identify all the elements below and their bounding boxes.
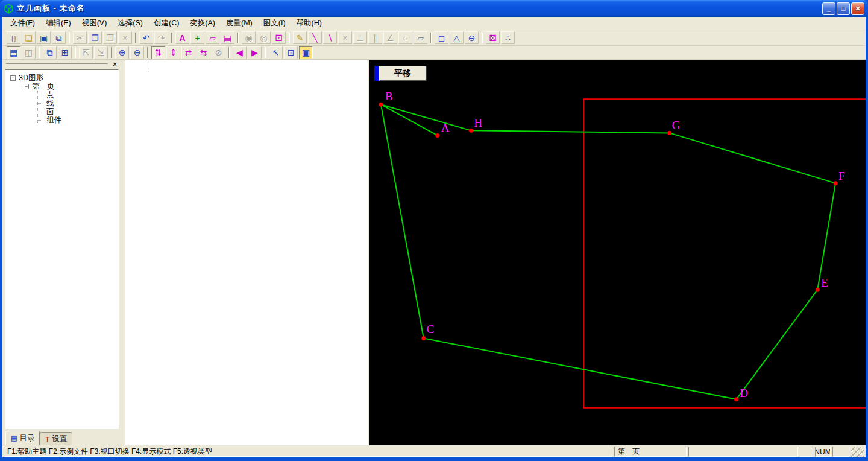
angle-button[interactable]: ∠ — [383, 31, 397, 44]
segment-H-G[interactable] — [471, 130, 670, 133]
rubik-cube-button[interactable]: ⚄ — [486, 31, 500, 44]
vertex-D[interactable] — [734, 397, 738, 401]
zoom-out-button[interactable]: ⊖ — [130, 46, 144, 59]
save-button[interactable]: ▣ — [37, 31, 51, 44]
vertex-label-H: H — [474, 116, 483, 129]
toolbar-separator — [265, 47, 266, 58]
open-file-button[interactable]: ❏ — [22, 31, 36, 44]
zoom-in-button[interactable]: ⊕ — [115, 46, 129, 59]
new-file-button[interactable]: ▯ — [7, 31, 20, 44]
properties-button[interactable]: ▤ — [221, 31, 234, 44]
menu-item-2[interactable]: 视图(V) — [77, 17, 113, 30]
sidebar-tab-1[interactable]: T设置 — [40, 432, 72, 445]
spin-horizontal-button[interactable]: ⇄ — [181, 46, 195, 59]
draw-plane-button[interactable]: ▱ — [414, 31, 427, 44]
menu-item-1[interactable]: 编辑(E) — [40, 17, 77, 30]
toolbar-separator — [430, 33, 432, 43]
vertex-H[interactable] — [469, 129, 473, 133]
pyramid-button[interactable]: △ — [450, 31, 464, 44]
sidebar-close-icon[interactable]: × — [111, 60, 119, 68]
vertex-A[interactable] — [435, 133, 439, 138]
tree-node-child-3[interactable]: 组件 — [38, 116, 117, 124]
spin-vertical-button[interactable]: ⇅ — [151, 46, 165, 59]
segment-D-C[interactable] — [424, 338, 737, 399]
segment-F-E[interactable] — [817, 183, 835, 290]
tree-node-page[interactable]: −第一页 — [24, 82, 117, 91]
viewport-canvas[interactable]: ABCDEFGH 平移 — [369, 60, 866, 445]
cube-button[interactable]: ◻ — [435, 31, 448, 44]
select-arrow-button[interactable]: ↖ — [269, 46, 283, 59]
cut-button[interactable]: ✂ — [73, 31, 87, 44]
sidebar-tab-1-label: 设置 — [52, 434, 67, 444]
segment-G-F[interactable] — [670, 133, 835, 183]
trace-point-button[interactable]: ◉ — [242, 31, 256, 44]
vertex-B[interactable] — [379, 103, 383, 107]
vertex-C[interactable] — [421, 336, 426, 340]
sidebar-tab-0[interactable]: ▤目录 — [5, 431, 40, 445]
menu-item-6[interactable]: 度量(M) — [221, 17, 258, 30]
menu-item-4[interactable]: 创建(C) — [148, 17, 184, 30]
tree-collapse-icon[interactable]: − — [10, 75, 16, 81]
menu-item-7[interactable]: 图文(I) — [258, 17, 291, 30]
spin-vertical-alt-button[interactable]: ⇕ — [166, 46, 180, 59]
menu-item-8[interactable]: 帮助(H) — [291, 17, 327, 30]
animation-rewind-button[interactable]: ◀ — [233, 46, 247, 59]
pan-mode-button[interactable]: ▣ — [299, 46, 313, 59]
new-page-button[interactable]: ⧉ — [52, 31, 66, 44]
panel-splitter[interactable] — [121, 60, 125, 445]
client-area: 文件(F)编辑(E)视图(V)选择(S)创建(C)变换(A)度量(M)图文(I)… — [2, 17, 866, 457]
vertex-label-B: B — [385, 90, 393, 103]
geometry-svg[interactable]: ABCDEFGH — [369, 60, 866, 445]
sphere-button[interactable]: ⊖ — [465, 31, 479, 44]
spin-horizontal-alt-button[interactable]: ⇆ — [197, 46, 210, 59]
plane-grid-button[interactable]: ▱ — [206, 31, 219, 44]
cascade-pages-button[interactable]: ⧉ — [43, 46, 57, 59]
draw-point-button[interactable]: ✎ — [293, 31, 307, 44]
animation-play-button[interactable]: ▶ — [248, 46, 262, 59]
circle-button[interactable]: ○ — [398, 31, 412, 44]
menu-item-0[interactable]: 文件(F) — [5, 17, 40, 30]
molecule-button[interactable]: ∴ — [501, 31, 515, 44]
select-rect-button[interactable]: ⊡ — [284, 46, 298, 59]
delete-button[interactable]: × — [118, 31, 132, 44]
resize-grip[interactable] — [851, 447, 864, 457]
segment-B-H[interactable] — [381, 104, 471, 130]
tile-pages-button[interactable]: ⊞ — [58, 46, 72, 59]
menu-item-3[interactable]: 选择(S) — [112, 17, 148, 30]
page-up-button[interactable]: ⇱ — [79, 46, 93, 59]
segment-B-A[interactable] — [381, 104, 438, 135]
segment-E-D[interactable] — [737, 290, 818, 399]
text-panel[interactable] — [125, 60, 368, 445]
perpendicular-button[interactable]: ⊥ — [353, 31, 367, 44]
minimize-button[interactable]: _ — [822, 2, 835, 15]
undo-button[interactable]: ↶ — [139, 31, 153, 44]
toolbar-separator — [147, 47, 148, 58]
viewport-toggle-button[interactable]: ◫ — [22, 46, 36, 59]
color-cube-button[interactable]: ⚀ — [272, 31, 286, 44]
vertex-F[interactable] — [834, 181, 838, 185]
intersection-button[interactable]: × — [338, 31, 352, 44]
menu-item-5[interactable]: 变换(A) — [184, 17, 221, 30]
maximize-button[interactable]: □ — [837, 2, 850, 15]
vertex-E[interactable] — [816, 288, 820, 292]
contents-panel-button[interactable]: ▤ — [7, 46, 20, 59]
toolbar-view: ▤◫⧉⊞⇱⇲⊕⊖⇅⇕⇄⇆⊘◀▶↖⊡▣ — [2, 46, 866, 60]
tree-collapse-icon[interactable]: − — [24, 84, 29, 89]
draw-segment-button[interactable]: ╲ — [308, 31, 322, 44]
spin-off-button[interactable]: ⊘ — [212, 46, 225, 59]
vertex-G[interactable] — [667, 131, 671, 135]
axes-button[interactable]: + — [190, 31, 204, 44]
text-label-button[interactable]: A — [175, 31, 189, 44]
segment-B-C[interactable] — [381, 104, 424, 338]
parallel-button[interactable]: ∥ — [368, 31, 382, 44]
draw-line-button[interactable]: ∖ — [323, 31, 337, 44]
locus-button[interactable]: ◎ — [257, 31, 271, 44]
copy-button[interactable]: ❐ — [88, 31, 102, 44]
close-button[interactable]: ✕ — [851, 2, 864, 15]
paste-button[interactable]: ❒ — [103, 31, 117, 44]
tree-node-root[interactable]: −3D图形 — [10, 74, 117, 82]
sidebar-drag-handle[interactable] — [6, 63, 108, 65]
page-down-button[interactable]: ⇲ — [94, 46, 108, 59]
vertex-label-A: A — [441, 121, 450, 134]
redo-button[interactable]: ↷ — [154, 31, 168, 44]
